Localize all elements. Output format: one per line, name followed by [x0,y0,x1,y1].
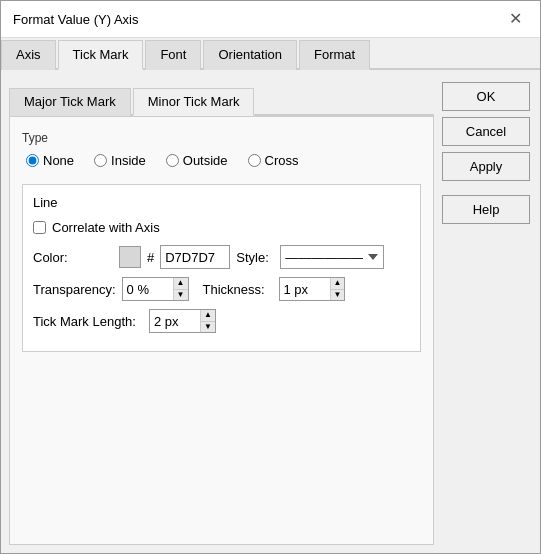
left-panel: Major Tick Mark Minor Tick Mark Type Non… [9,78,434,545]
transparency-input[interactable] [123,278,173,300]
thickness-label: Thickness: [203,282,273,297]
color-hex-input[interactable] [160,245,230,269]
radio-inside-label: Inside [111,153,146,168]
style-label: Style: [236,250,276,265]
tab-font[interactable]: Font [145,40,201,70]
close-button[interactable]: ✕ [503,9,528,29]
sub-tab-major[interactable]: Major Tick Mark [9,88,131,116]
thickness-spinner: ▲ ▼ [279,277,346,301]
transparency-up-button[interactable]: ▲ [174,278,188,290]
transparency-spinner: ▲ ▼ [122,277,189,301]
line-section: Line Correlate with Axis Color: # Style: [22,184,421,352]
radio-none-input[interactable] [26,154,39,167]
dialog-title: Format Value (Y) Axis [13,12,138,27]
color-preview[interactable] [119,246,141,268]
type-section: Type None Inside Outside [22,131,421,168]
apply-button[interactable]: Apply [442,152,530,181]
correlate-label: Correlate with Axis [52,220,160,235]
type-radio-group: None Inside Outside Cross [26,153,421,168]
radio-cross[interactable]: Cross [248,153,299,168]
tick-mark-length-row: Tick Mark Length: ▲ ▼ [33,309,410,333]
radio-cross-input[interactable] [248,154,261,167]
radio-none-label: None [43,153,74,168]
tick-mark-length-down-button[interactable]: ▼ [201,322,215,333]
main-content: Major Tick Mark Minor Tick Mark Type Non… [1,70,540,553]
radio-outside-input[interactable] [166,154,179,167]
radio-inside[interactable]: Inside [94,153,146,168]
tab-format[interactable]: Format [299,40,370,70]
sub-tabs: Major Tick Mark Minor Tick Mark [9,86,434,116]
tick-mark-length-spinner: ▲ ▼ [149,309,216,333]
transparency-spinner-buttons: ▲ ▼ [173,278,188,300]
top-tabs: Axis Tick Mark Font Orientation Format [1,38,540,70]
style-select-wrapper: Style: —————— - - - - - · · · · · [236,245,384,269]
thickness-down-button[interactable]: ▼ [331,290,345,301]
thickness-input[interactable] [280,278,330,300]
help-button[interactable]: Help [442,195,530,224]
hash-symbol: # [147,250,154,265]
right-panel: OK Cancel Apply Help [442,78,532,545]
type-section-label: Type [22,131,421,145]
color-label: Color: [33,250,113,265]
tick-mark-length-spinner-buttons: ▲ ▼ [200,310,215,332]
dialog: Format Value (Y) Axis ✕ Axis Tick Mark F… [0,0,541,554]
color-row: Color: # Style: —————— - - - - - · · · ·… [33,245,410,269]
tab-orientation[interactable]: Orientation [203,40,297,70]
transparency-label: Transparency: [33,282,116,297]
radio-none[interactable]: None [26,153,74,168]
title-bar: Format Value (Y) Axis ✕ [1,1,540,38]
cancel-button[interactable]: Cancel [442,117,530,146]
transparency-thickness-row: Transparency: ▲ ▼ Thickness: [33,277,410,301]
sub-tab-minor[interactable]: Minor Tick Mark [133,88,255,116]
style-select[interactable]: —————— - - - - - · · · · · [280,245,384,269]
correlate-row: Correlate with Axis [33,220,410,235]
tab-axis[interactable]: Axis [1,40,56,70]
ok-button[interactable]: OK [442,82,530,111]
tick-mark-length-label: Tick Mark Length: [33,314,143,329]
tick-mark-length-up-button[interactable]: ▲ [201,310,215,322]
radio-outside-label: Outside [183,153,228,168]
radio-cross-label: Cross [265,153,299,168]
line-section-title: Line [33,195,410,210]
thickness-up-button[interactable]: ▲ [331,278,345,290]
thickness-spinner-buttons: ▲ ▼ [330,278,345,300]
tick-mark-length-input[interactable] [150,310,200,332]
correlate-checkbox[interactable] [33,221,46,234]
radio-outside[interactable]: Outside [166,153,228,168]
radio-inside-input[interactable] [94,154,107,167]
content-panel: Type None Inside Outside [9,116,434,545]
transparency-down-button[interactable]: ▼ [174,290,188,301]
right-buttons: OK Cancel Apply Help [442,78,532,224]
tab-tick-mark[interactable]: Tick Mark [58,40,144,70]
